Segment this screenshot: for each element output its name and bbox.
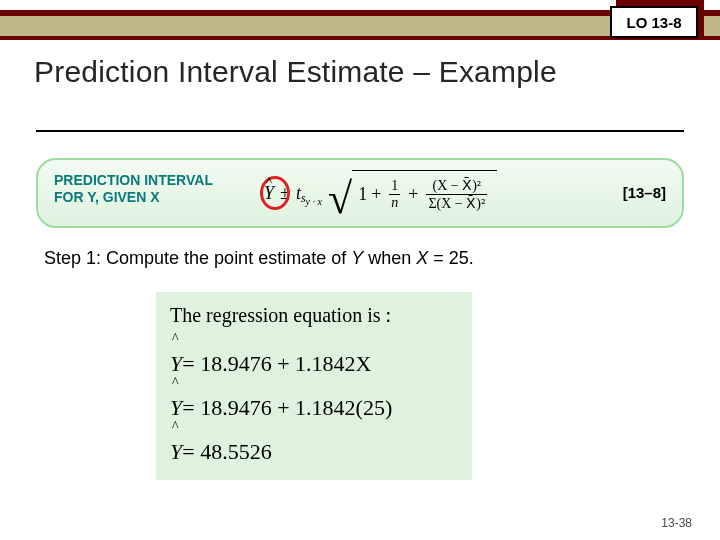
step-1-text: Step 1: Compute the point estimate of Y …: [44, 248, 474, 269]
page-number: 13-38: [661, 516, 692, 530]
plus-1: +: [371, 184, 381, 205]
slide: LO 13-8 Prediction Interval Estimate – E…: [0, 0, 720, 540]
y-var: Y: [170, 395, 182, 421]
page-title: Prediction Interval Estimate – Example: [34, 55, 557, 89]
y-var: Y: [170, 351, 182, 377]
lo-badge: LO 13-8: [610, 6, 698, 38]
y-hat: Y: [264, 183, 274, 204]
frac-ssx: (X − X̄)² Σ(X − X̄)²: [426, 177, 487, 212]
hat-icon: ^: [172, 419, 179, 435]
hat-icon: ^: [172, 331, 179, 347]
calc-line-1: ^ Y = 18.9476 + 1.1842X: [170, 333, 458, 377]
horizontal-rule: [36, 130, 684, 132]
radical-sign: √: [328, 188, 352, 210]
formula-equation: Y ± t sy · x √ 1 + 1 n + (X − X̄)² Σ(X −…: [264, 164, 497, 222]
calc-heading: The regression equation is :: [170, 304, 458, 327]
rhs-1: = 18.9476 + 1.1842X: [182, 351, 371, 377]
rhs-3: = 48.5526: [182, 439, 271, 465]
sqrt-icon: √ 1 + 1 n + (X − X̄)² Σ(X − X̄)²: [328, 170, 497, 216]
formula-label: PREDICTION INTERVAL FOR Y, GIVEN X: [54, 172, 213, 206]
rhs-2: = 18.9476 + 1.1842(25): [182, 395, 392, 421]
hat-icon: ^: [172, 375, 179, 391]
plus-2: +: [408, 184, 418, 205]
formula-label-line1: PREDICTION INTERVAL: [54, 172, 213, 189]
y-var: Y: [170, 439, 182, 465]
s-sub: sy · x: [301, 191, 322, 207]
formula-box: PREDICTION INTERVAL FOR Y, GIVEN X Y ± t…: [36, 158, 684, 228]
calc-line-2: ^ Y = 18.9476 + 1.1842(25): [170, 377, 458, 421]
frac-1-over-n: 1 n: [389, 178, 400, 211]
calc-line-3: ^ Y = 48.5526: [170, 421, 458, 465]
formula-label-line2: FOR Y, GIVEN X: [54, 189, 213, 206]
radicand: 1 + 1 n + (X − X̄)² Σ(X − X̄)²: [352, 170, 497, 216]
calc-box: The regression equation is : ^ Y = 18.94…: [156, 292, 472, 480]
formula-reference: [13–8]: [623, 184, 666, 201]
one: 1: [358, 184, 367, 205]
